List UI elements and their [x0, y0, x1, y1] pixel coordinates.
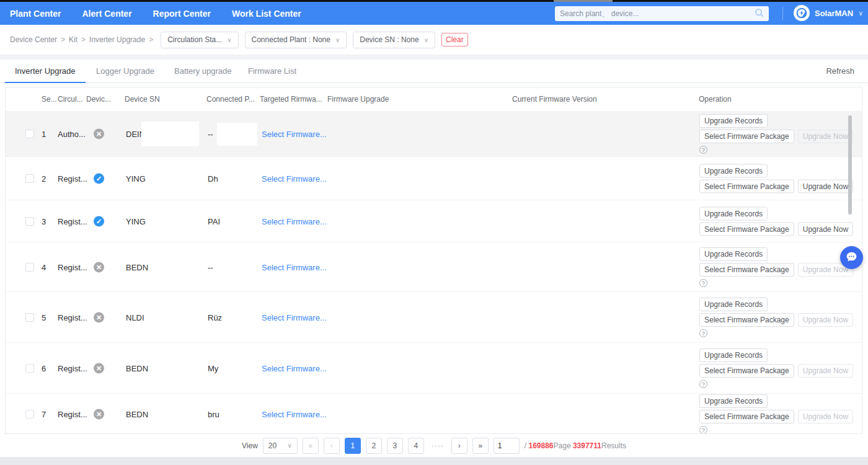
- search-icon[interactable]: [755, 8, 764, 19]
- row-circulation-status: Regist...: [58, 262, 87, 272]
- row-checkbox[interactable]: [25, 364, 34, 373]
- operation-cell: Upgrade Records Select Firmware Package …: [699, 206, 853, 236]
- select-firmware-link[interactable]: Select Firmware...: [262, 174, 327, 183]
- help-icon[interactable]: ?: [699, 329, 707, 337]
- nav-item-work-list-center[interactable]: Work List Center: [232, 9, 301, 19]
- header-firmware-upgrade: Firmware Upgrade: [327, 87, 389, 111]
- table-row: 7 Regist... ✕ BEDN bru Select Firmware..…: [6, 394, 862, 434]
- row-checkbox[interactable]: [25, 313, 34, 322]
- row-checkbox[interactable]: [25, 217, 34, 226]
- row-circulation-status: Regist...: [58, 174, 87, 183]
- tab-inverter-upgrade[interactable]: Inverter Upgrade: [5, 60, 86, 83]
- prev-page-button[interactable]: ‹: [324, 438, 340, 454]
- pagination-bar: View 20 ∨ « ‹ 1 2 3 4 ···· › » / 169886P…: [0, 434, 868, 457]
- chat-support-button[interactable]: [840, 246, 863, 269]
- help-icon[interactable]: ?: [699, 380, 707, 388]
- table-row: 5 Regist... ✕ NLDI Rüz Select Firmware..…: [6, 292, 862, 343]
- select-firmware-link[interactable]: Select Firmware...: [262, 216, 327, 226]
- row-checkbox[interactable]: [25, 130, 34, 138]
- row-device-sn: NLDI: [126, 312, 144, 322]
- upgrade-now-button[interactable]: Upgrade Now: [798, 222, 853, 236]
- row-circulation-status: Regist...: [58, 312, 87, 322]
- table-row: 4 Regist... ✕ BEDN -- Select Firmware...…: [6, 242, 862, 292]
- upgrade-records-button[interactable]: Upgrade Records: [699, 247, 768, 261]
- help-icon[interactable]: ?: [699, 426, 707, 434]
- upgrade-records-button[interactable]: Upgrade Records: [699, 348, 768, 362]
- row-circulation-status: Regist...: [58, 216, 87, 226]
- upgrade-now-button[interactable]: Upgrade Now: [798, 410, 853, 423]
- pagination-ellipsis: ····: [429, 441, 446, 450]
- select-package-button[interactable]: Select Firmware Package: [699, 222, 794, 236]
- select-package-button[interactable]: Select Firmware Package: [699, 313, 794, 327]
- upgrade-records-button[interactable]: Upgrade Records: [699, 114, 768, 128]
- refresh-button[interactable]: Refresh: [826, 60, 854, 83]
- circulation-status-dropdown[interactable]: Circulation Sta... ∨: [161, 32, 238, 48]
- select-firmware-link[interactable]: Select Firmware...: [262, 410, 327, 419]
- nav-item-report-center[interactable]: Report Center: [153, 9, 211, 19]
- select-firmware-link[interactable]: Select Firmware...: [262, 363, 327, 373]
- chevron-down-icon: ∨: [424, 37, 428, 43]
- upgrade-records-button[interactable]: Upgrade Records: [699, 298, 768, 311]
- table-row: 6 Regist... ✕ BEDN My Select Firmware...…: [6, 343, 862, 394]
- redaction-box: [141, 122, 199, 146]
- select-firmware-link[interactable]: Select Firmware...: [262, 129, 327, 138]
- operation-line: Select Firmware Package Upgrade Now: [699, 222, 853, 236]
- row-serial: 2: [42, 174, 46, 183]
- page-label: Page: [554, 441, 571, 450]
- select-package-button[interactable]: Select Firmware Package: [699, 179, 794, 193]
- tab-logger-upgrade[interactable]: Logger Upgrade: [96, 60, 154, 83]
- upgrade-now-button[interactable]: Upgrade Now: [798, 130, 853, 143]
- vertical-scrollbar[interactable]: [848, 115, 852, 215]
- search-box[interactable]: [555, 6, 769, 21]
- page-button-1[interactable]: 1: [345, 438, 361, 454]
- upgrade-now-button[interactable]: Upgrade Now: [798, 179, 853, 193]
- upgrade-now-button[interactable]: Upgrade Now: [798, 364, 853, 378]
- breadcrumb-bar: Device Center > Kit > Inverter Upgrade >…: [0, 25, 868, 55]
- header-circulation: Circul...: [58, 87, 83, 111]
- select-firmware-link[interactable]: Select Firmware...: [262, 312, 327, 322]
- account-name: SolarMAN: [815, 9, 853, 18]
- select-package-button[interactable]: Select Firmware Package: [699, 130, 794, 143]
- help-icon[interactable]: ?: [699, 279, 707, 287]
- row-checkbox[interactable]: [25, 174, 34, 183]
- device-sn-dropdown[interactable]: Device SN : None ∨: [353, 32, 435, 48]
- slash: /: [525, 441, 526, 450]
- help-icon[interactable]: ?: [699, 146, 707, 154]
- page-jump-input[interactable]: [494, 438, 520, 454]
- upgrade-records-button[interactable]: Upgrade Records: [699, 394, 768, 408]
- breadcrumb-separator: >: [61, 35, 65, 44]
- row-checkbox[interactable]: [25, 263, 34, 272]
- page-size-select[interactable]: 20 ∨: [263, 438, 298, 454]
- upgrade-now-button[interactable]: Upgrade Now: [798, 313, 853, 327]
- operation-line: Select Firmware Package Upgrade Now: [699, 130, 853, 143]
- connected-plant-dropdown[interactable]: Connected Plant : None ∨: [245, 32, 347, 48]
- nav-item-alert-center[interactable]: Alert Center: [82, 9, 131, 19]
- upgrade-records-button[interactable]: Upgrade Records: [699, 164, 768, 177]
- select-package-button[interactable]: Select Firmware Package: [699, 364, 794, 378]
- breadcrumb-kit[interactable]: Kit: [69, 35, 78, 44]
- last-page-button[interactable]: »: [472, 438, 489, 454]
- page-button-2[interactable]: 2: [366, 438, 382, 454]
- page-button-4[interactable]: 4: [408, 438, 424, 454]
- tab-battery-upgrade[interactable]: Battery upgrade: [174, 60, 232, 83]
- results-label: Results: [601, 441, 626, 450]
- search-input[interactable]: [560, 9, 755, 18]
- nav-item-plant-center[interactable]: Plant Center: [10, 9, 61, 19]
- select-package-button[interactable]: Select Firmware Package: [699, 263, 794, 277]
- clear-filters-button[interactable]: Clear: [441, 33, 468, 46]
- upgrade-records-button[interactable]: Upgrade Records: [699, 206, 768, 220]
- row-checkbox[interactable]: [25, 410, 34, 418]
- operation-line: Select Firmware Package Upgrade Now: [699, 410, 853, 423]
- page-button-3[interactable]: 3: [387, 438, 403, 454]
- breadcrumb-inverter-upgrade[interactable]: Inverter Upgrade: [89, 35, 145, 44]
- select-firmware-link[interactable]: Select Firmware...: [262, 262, 327, 272]
- next-page-button[interactable]: ›: [451, 438, 467, 454]
- tabs-bar: Inverter Upgrade Logger Upgrade Battery …: [0, 60, 868, 83]
- select-package-button[interactable]: Select Firmware Package: [699, 410, 794, 423]
- tab-firmware-list[interactable]: Firmware List: [248, 60, 296, 83]
- breadcrumb-device-center[interactable]: Device Center: [10, 35, 57, 44]
- account-menu[interactable]: SolarMAN ∨: [794, 5, 863, 21]
- operation-line: Select Firmware Package Upgrade Now: [699, 263, 853, 277]
- first-page-button[interactable]: «: [303, 438, 319, 454]
- row-connected-plant: --: [208, 262, 213, 272]
